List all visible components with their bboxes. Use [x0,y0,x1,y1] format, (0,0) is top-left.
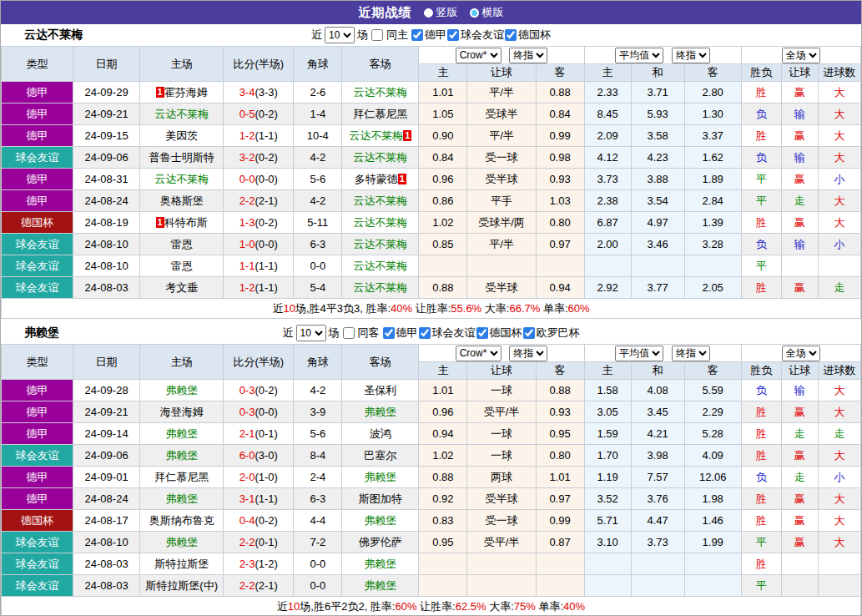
team-link[interactable]: 弗赖堡 [364,514,396,527]
checkbox-input[interactable] [411,29,423,41]
team-link[interactable]: 雷恩 [171,260,193,272]
scope-select[interactable]: 全场 [782,48,820,63]
team-link[interactable]: 斯图加特 [359,492,402,505]
team-link[interactable]: 海登海姆 [160,406,204,418]
full-time-score: 0-0 [239,173,255,185]
team-link[interactable]: 斯特拉斯堡(中) [145,579,218,592]
avg-time-select[interactable]: 终指 [672,346,710,361]
vertical-view-radio[interactable]: 竖版 [424,5,458,20]
avg-odds-select[interactable]: 平均值 [615,48,663,63]
team-link[interactable]: 普鲁士明斯特 [149,151,214,164]
col-header-result: 胜负 [741,362,781,380]
goals-result-cell: 大 [818,212,860,234]
col-header-asian: 让球 [781,64,818,82]
score-cell: 2-0(1-0) [224,467,294,488]
league-checkbox-球会友谊[interactable]: 球会友谊 [446,28,504,43]
team-link[interactable]: 考文垂 [165,281,198,294]
result-cell: 胜 [741,445,781,467]
match-row: 德甲24-09-21海登海姆0-3(0-0)3-9弗赖堡0.96受平/半0.93… [2,401,861,423]
scope-select[interactable]: 全场 [782,346,820,361]
same-venue-checkbox[interactable] [343,327,355,339]
half-time-score: (0-2) [255,151,277,164]
team-link[interactable]: 弗赖堡 [165,449,198,462]
team-link[interactable]: 多特蒙德 [355,173,398,185]
eu-win-odds-cell: 2.33 [584,82,631,104]
score-cell: 0-3(0-2) [224,380,294,401]
same-venue-checkbox[interactable] [371,29,383,41]
away-team-cell: 弗赖堡 [342,467,419,488]
checkbox-input[interactable] [419,327,431,339]
result-cell: 负 [741,104,781,125]
team-link[interactable]: 云达不莱梅 [353,151,407,164]
league-checkbox-欧罗巴杯[interactable]: 欧罗巴杯 [522,326,580,341]
team-link[interactable]: 斯特拉斯堡 [154,558,209,570]
team-link[interactable]: 佛罗伦萨 [359,536,402,548]
eu-win-odds-cell: 3.73 [584,169,631,190]
team-link[interactable]: 云达不莱梅 [353,238,407,250]
date-cell: 24-08-24 [73,190,140,212]
team-link[interactable]: 云达不莱梅 [154,173,209,185]
eu-win-odds-cell: 1.19 [584,467,631,488]
league-checkbox-球会友谊[interactable]: 球会友谊 [418,326,476,341]
league-checkbox-德国杯[interactable]: 德国杯 [476,326,522,341]
team-link[interactable]: 弗赖堡 [165,536,198,548]
team-link[interactable]: 云达不莱梅 [353,194,407,207]
odds-time-select[interactable]: 终指 [509,346,547,361]
team-link[interactable]: 云达不莱梅 [349,129,403,142]
team-link[interactable]: 巴塞尔 [364,449,396,462]
odds-time-select[interactable]: 终指 [509,48,547,63]
team-link[interactable]: 奥格斯堡 [160,194,204,207]
league-type-cell: 德甲 [2,423,73,445]
checkbox-input[interactable] [383,327,395,339]
corner-cell: 3-9 [294,401,342,423]
col-header-date: 日期 [73,47,140,82]
league-checkbox-德甲[interactable]: 德甲 [411,28,446,43]
match-count-select[interactable]: 10 [325,27,355,43]
team-link[interactable]: 波鸿 [370,427,391,440]
league-checkbox-德甲[interactable]: 德甲 [382,326,418,341]
summary-text: 让胜率: [417,600,456,613]
team-link[interactable]: 拜仁慕尼黑 [154,471,209,483]
horizontal-view-radio[interactable]: 横版 [470,5,504,20]
eu-draw-odds-cell: 3.54 [631,190,684,212]
checkbox-input[interactable] [505,29,517,41]
match-count-select[interactable]: 10 [296,325,326,341]
team-link[interactable]: 云达不莱梅 [353,260,407,272]
team-link[interactable]: 弗赖堡 [165,427,198,440]
checkbox-input[interactable] [476,327,488,339]
team-link[interactable]: 云达不莱梅 [353,216,407,229]
checkbox-input[interactable] [447,29,459,41]
team-link[interactable]: 弗赖堡 [364,406,396,418]
team-link[interactable]: 弗赖堡 [165,384,198,396]
team-link[interactable]: 美因茨 [165,129,198,142]
team-link[interactable]: 云达不莱梅 [353,86,407,98]
team-link[interactable]: 圣保利 [364,384,396,396]
results-table-2: 类型 日期 主场 比分(半场) 角球 客场 Crow* 终指 平均值 终指 全场 [1,344,861,616]
bookmaker-select[interactable]: Crow* [456,48,502,63]
team-link[interactable]: 弗赖堡 [364,471,396,483]
match-row: 球会友谊24-08-10弗赖堡2-2(0-1)7-2佛罗伦萨0.95受平/半0.… [2,532,861,553]
bookmaker-select[interactable]: Crow* [456,346,502,361]
avg-odds-select[interactable]: 平均值 [615,346,663,361]
league-checkbox-德国杯[interactable]: 德国杯 [504,28,551,43]
team-link[interactable]: 雷恩 [171,238,193,250]
team-link[interactable]: 云达不莱梅 [154,108,209,120]
match-row: 德国杯24-08-17奥斯纳布鲁克0-4(0-2)4-4弗赖堡0.83受一球0.… [2,510,861,532]
team-link[interactable]: 霍芬海姆 [164,86,208,98]
team-link[interactable]: 科特布斯 [164,216,208,229]
team-link[interactable]: 奥斯纳布鲁克 [149,514,214,527]
ah-home-odds-cell: 0.96 [419,169,467,190]
home-team-cell: 考文垂 [140,277,224,299]
eu-win-odds-cell: 1.58 [584,380,631,401]
team-link[interactable]: 弗赖堡 [364,579,396,592]
team-link[interactable]: 拜仁慕尼黑 [353,108,407,120]
ah-home-odds-cell: 0.83 [419,510,467,532]
team-link[interactable]: 云达不莱梅 [353,281,407,294]
team-link[interactable]: 弗赖堡 [165,492,198,505]
team-link[interactable]: 弗赖堡 [364,558,396,570]
half-time-score: (3-3) [255,86,277,98]
checkbox-input[interactable] [523,327,535,339]
col-header-corner: 角球 [294,345,342,380]
ah-line-cell [467,553,536,575]
avg-time-select[interactable]: 终指 [672,48,710,63]
